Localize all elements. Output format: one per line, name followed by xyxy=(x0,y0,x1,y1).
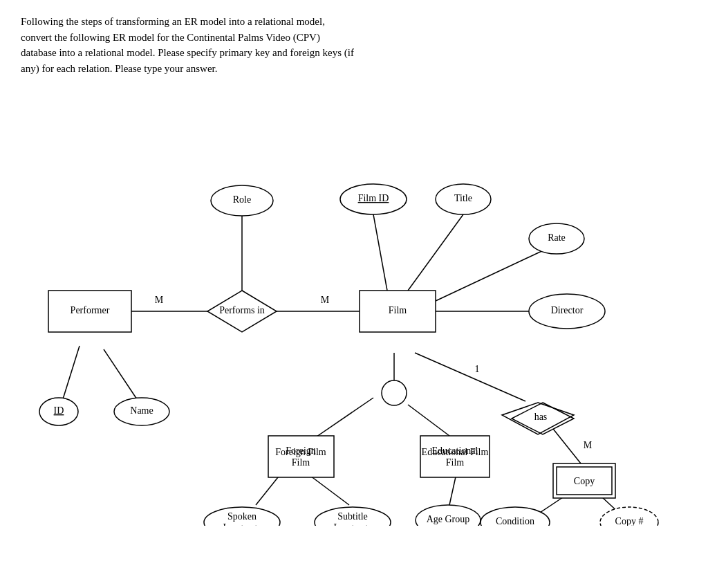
svg-text:1: 1 xyxy=(475,364,480,374)
film-label: Film xyxy=(389,305,407,315)
subtitle-language-label2: Language xyxy=(333,522,371,526)
svg-text:M: M xyxy=(155,295,164,305)
performer-label: Performer xyxy=(71,305,110,315)
copyhash-label: Copy # xyxy=(615,516,644,526)
svg-text:M: M xyxy=(321,295,330,305)
problem-description: Following the steps of transforming an E… xyxy=(21,14,505,76)
svg-line-13 xyxy=(308,474,349,505)
condition-label: Condition xyxy=(496,516,534,526)
svg-line-7 xyxy=(436,249,546,301)
id-label: ID xyxy=(54,405,64,416)
svg-line-14 xyxy=(449,474,456,505)
svg-line-6 xyxy=(408,214,463,291)
foreign-film-text2: Film xyxy=(292,457,310,468)
performs-in-label: Performs in xyxy=(219,305,265,315)
name-label: Name xyxy=(130,405,153,416)
foreign-film-text1: Foreign xyxy=(286,445,316,456)
copy-label: Copy xyxy=(574,476,595,486)
svg-text:M: M xyxy=(584,440,593,450)
svg-line-22 xyxy=(104,349,138,401)
svg-line-5 xyxy=(373,214,387,291)
has-label: has xyxy=(534,412,548,422)
filmid-label: Film ID xyxy=(358,193,389,203)
svg-line-15 xyxy=(415,353,525,401)
rate-label: Rate xyxy=(548,232,566,243)
spoken-language-label2: Language xyxy=(223,522,261,526)
isa-circle xyxy=(382,380,407,405)
subtitle-language-label: Subtitle xyxy=(337,511,368,522)
role-label: Role xyxy=(233,194,251,205)
spoken-language-label: Spoken xyxy=(227,511,257,522)
svg-line-17 xyxy=(553,429,581,463)
edu-film-text2: Film xyxy=(446,457,465,468)
diagram-svg: M M 1 M xyxy=(21,97,684,526)
director-label: Director xyxy=(551,305,584,315)
svg-line-11 xyxy=(408,405,449,436)
age-group-label: Age Group xyxy=(427,514,470,524)
title-label: Title xyxy=(454,193,472,203)
svg-line-21 xyxy=(62,346,80,401)
edu-film-text1: Educational xyxy=(432,445,478,456)
er-diagram: M M 1 M xyxy=(21,97,684,526)
